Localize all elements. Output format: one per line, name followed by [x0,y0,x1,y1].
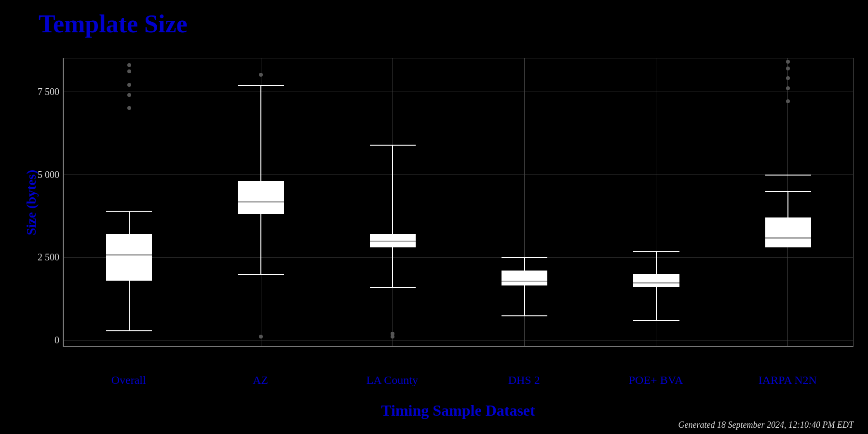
whisker-v-high [787,191,788,217]
whisker-v-high [129,211,130,234]
grid-line-h [63,257,853,258]
chart-container: Template Size Size (bytes) 02 5005 0007 … [0,0,868,434]
chart-title: Template Size [39,10,188,38]
iqr-box [238,181,284,214]
chart-area: 02 5005 0007 500 [63,58,854,347]
outlier-dot [786,76,790,80]
outlier-dot [391,332,394,336]
x-tick-label-la-county: LA County [366,374,418,387]
outlier-dot [127,106,131,110]
y-tick-label: 0 [54,335,59,346]
y-tick-label: 7 500 [38,86,59,97]
whisker-v-high [392,145,393,234]
median-line [370,241,416,242]
median-line [765,237,812,239]
whisker-low-cap [238,274,284,275]
iqr-box [633,274,679,287]
outlier-dot [786,67,790,70]
outlier-dot [786,99,790,103]
outlier-dot [127,93,131,97]
whisker-low-cap [765,175,812,176]
whisker-v-low [129,281,130,330]
grid-line-h [63,92,853,92]
outlier-dot [259,73,263,77]
median-line [238,201,284,203]
whisker-v-low [524,285,525,315]
median-line [106,254,152,256]
whisker-low-cap [502,315,548,316]
grid-line-h [63,175,853,175]
chart-border-bottom [63,346,853,347]
x-tick-label-dhs-2: DHS 2 [508,374,540,387]
outlier-dot [127,83,131,87]
whisker-v-high [656,251,657,274]
x-axis-label: Timing Sample Dataset [63,402,854,420]
whisker-v-high [524,257,525,270]
outlier-dot [786,86,790,90]
whisker-v-low [656,287,657,320]
x-tick-label-iarpa-n2n: IARPA N2N [759,374,817,387]
grid-line-h [63,340,853,340]
median-line [502,281,548,282]
timestamp: Generated 18 September 2024, 12:10:40 PM… [678,420,854,430]
median-line [633,282,679,284]
outlier-dot [391,335,394,339]
iqr-box [106,234,152,280]
whisker-v-low [260,214,261,274]
outlier-dot [259,335,263,339]
outlier-dot [127,69,131,73]
iqr-box [765,217,812,247]
x-tick-label-az: AZ [253,374,268,387]
outlier-dot [786,60,790,64]
outlier-dot [127,63,131,67]
whisker-v-high [260,85,261,181]
chart-border-left [63,58,64,347]
y-tick-label: 5 000 [38,169,59,180]
x-tick-label-overall: Overall [111,374,146,387]
whisker-low-cap [370,287,416,288]
whisker-low-cap [106,330,152,331]
x-tick-labels: OverallAZLA CountyDHS 2POE+ BVAIARPA N2N [63,374,854,393]
x-tick-label-poe+-bva: POE+ BVA [629,374,683,387]
y-tick-label: 2 500 [38,252,59,263]
y-axis-label: Size (bytes) [0,58,63,347]
whisker-low-cap [633,320,679,321]
whisker-v-low [392,247,393,287]
iqr-box [502,271,548,285]
